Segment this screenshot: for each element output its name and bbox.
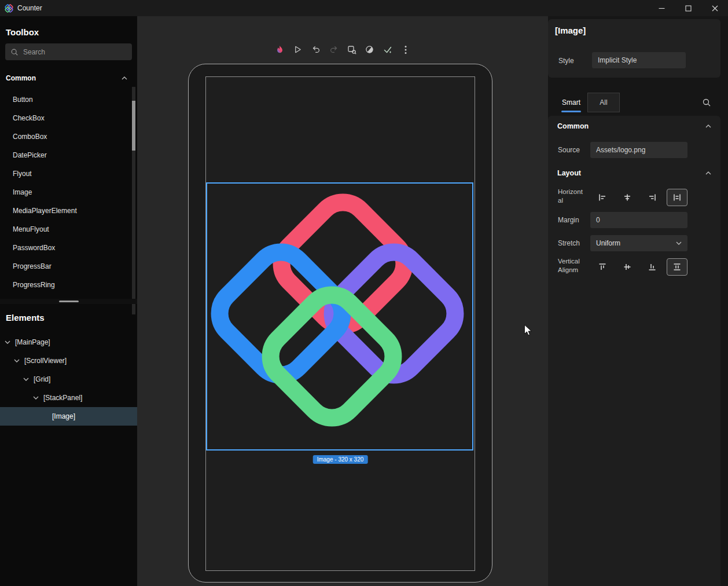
style-input[interactable] <box>592 52 686 68</box>
align-vertical-top-icon[interactable] <box>592 258 613 276</box>
panel-splitter[interactable] <box>0 299 137 304</box>
tree-item-label: [MainPage] <box>15 338 50 346</box>
chevron-down-icon[interactable] <box>5 340 10 344</box>
toolbox-item-checkbox[interactable]: CheckBox <box>0 109 132 127</box>
tab-smart-label: Smart <box>562 98 580 107</box>
align-horizontal-right-icon[interactable] <box>642 189 663 206</box>
toolbox-item-mediaplayerelement[interactable]: MediaPlayerElement <box>0 202 132 220</box>
tree-item-mainpage[interactable]: [MainPage] <box>0 333 137 351</box>
toolbox-item-combobox[interactable]: ComboBox <box>0 127 132 146</box>
horizontal-alignment-label: Horizontal <box>558 188 584 205</box>
chevron-down-icon[interactable] <box>33 396 39 400</box>
theme-toggle-icon[interactable] <box>362 42 377 57</box>
title-bar: Counter <box>0 0 728 16</box>
vertical-alignment-group <box>592 258 687 276</box>
section-common-label: Common <box>557 122 589 130</box>
align-vertical-center-icon[interactable] <box>617 258 638 276</box>
toolbox-item-datepicker[interactable]: DatePicker <box>0 146 132 164</box>
stretch-dropdown[interactable]: Uniform <box>590 235 687 251</box>
splitter-grip-icon <box>59 301 79 302</box>
margin-label: Margin <box>558 216 579 224</box>
close-button[interactable] <box>701 0 728 16</box>
source-label: Source <box>558 146 580 154</box>
margin-input[interactable] <box>590 212 687 228</box>
toolbox-title: Toolbox <box>6 27 39 37</box>
chevron-down-icon[interactable] <box>14 359 20 362</box>
stretch-label: Stretch <box>558 239 580 247</box>
section-layout[interactable]: Layout <box>557 169 711 177</box>
align-vertical-bottom-icon[interactable] <box>642 258 663 276</box>
hot-design-flame-icon[interactable] <box>272 42 288 57</box>
section-layout-label: Layout <box>557 169 581 177</box>
app-logo-icon <box>4 3 13 13</box>
validate-icon[interactable] <box>380 42 395 57</box>
redo-icon[interactable] <box>326 42 341 57</box>
toolbox-item-passwordbox[interactable]: PasswordBox <box>0 239 132 257</box>
selected-element-title: [Image] <box>555 25 586 35</box>
play-icon[interactable] <box>290 42 306 57</box>
minimize-button[interactable] <box>648 0 675 16</box>
app-window: Counter Toolbox Common <box>0 0 728 586</box>
tree-item-grid[interactable]: [Grid] <box>0 370 137 389</box>
tab-all-label: All <box>600 98 607 107</box>
tree-item-label: [ScrollViewer] <box>24 357 67 365</box>
canvas-toolbar <box>272 42 413 57</box>
toolbox-item-progressbar[interactable]: ProgressBar <box>0 257 132 276</box>
toolbox-item-progressring[interactable]: ProgressRing <box>0 276 132 294</box>
tree-item-stackpanel[interactable]: [StackPanel] <box>0 389 137 407</box>
toolbox-section-common[interactable]: Common <box>6 74 127 82</box>
vertical-alignment-label: Vertical Alignm <box>558 257 584 274</box>
align-horizontal-left-icon[interactable] <box>592 189 613 206</box>
search-icon <box>10 48 19 56</box>
properties-panel: [Image] Style Smart All Common Sourc <box>548 16 728 586</box>
tree-item-label: [Grid] <box>34 375 50 383</box>
tab-smart[interactable]: Smart <box>555 93 587 112</box>
selection-size-badge: Image - 320 x 320 <box>313 455 368 464</box>
properties-body-card: Common Source Layout Horizontal <box>548 116 720 586</box>
toolbox-list: Button CheckBox ComboBox DatePicker Flyo… <box>0 90 132 294</box>
elements-tree: [MainPage] [ScrollViewer] [Grid] [StackP… <box>0 333 137 426</box>
tree-item-scrollviewer[interactable]: [ScrollViewer] <box>0 351 137 370</box>
left-sidebar: Toolbox Common Button CheckBox ComboBox … <box>0 16 137 586</box>
toolbox-item-button[interactable]: Button <box>0 90 132 109</box>
chevron-up-icon[interactable] <box>122 76 127 80</box>
window-title: Counter <box>17 4 42 12</box>
align-horizontal-center-icon[interactable] <box>617 189 638 206</box>
source-input[interactable] <box>590 142 687 158</box>
active-tab-indicator <box>561 111 581 112</box>
chevron-down-icon[interactable] <box>23 378 29 381</box>
properties-tabs: Smart All <box>555 93 620 112</box>
undo-icon[interactable] <box>308 42 323 57</box>
search-input[interactable] <box>23 48 127 56</box>
horizontal-alignment-group <box>592 189 687 206</box>
chevron-up-icon[interactable] <box>705 124 711 128</box>
maximize-button[interactable] <box>675 0 701 16</box>
toolbox-item-image[interactable]: Image <box>0 183 132 202</box>
chevron-down-icon <box>676 241 682 245</box>
properties-header-card: [Image] Style <box>548 19 720 78</box>
align-horizontal-stretch-icon[interactable] <box>667 189 687 206</box>
tab-all[interactable]: All <box>587 93 620 112</box>
toolbox-scrollbar-thumb[interactable] <box>132 101 135 151</box>
device-frame: Image - 320 x 320 <box>188 64 492 583</box>
image-selection[interactable] <box>206 182 473 451</box>
tree-item-label: [StackPanel] <box>43 394 82 402</box>
more-icon[interactable] <box>398 42 413 57</box>
toolbox-search[interactable] <box>5 43 132 60</box>
section-common[interactable]: Common <box>557 122 711 130</box>
properties-search-icon[interactable] <box>702 98 711 107</box>
elements-title: Elements <box>6 313 45 323</box>
design-canvas[interactable]: Image - 320 x 320 <box>137 16 548 586</box>
mouse-cursor <box>524 324 532 336</box>
inspect-icon[interactable] <box>344 42 359 57</box>
tree-item-image[interactable]: [Image] <box>0 407 137 426</box>
toolbox-item-menuflyout[interactable]: MenuFlyout <box>0 220 132 239</box>
chevron-up-icon[interactable] <box>705 171 711 175</box>
align-vertical-stretch-icon[interactable] <box>667 258 687 276</box>
stretch-value: Uniform <box>596 239 620 247</box>
style-label: Style <box>558 57 574 65</box>
device-screen[interactable]: Image - 320 x 320 <box>205 76 475 571</box>
section-label: Common <box>6 74 36 82</box>
toolbox-scrollbar[interactable] <box>132 87 135 314</box>
toolbox-item-flyout[interactable]: Flyout <box>0 164 132 183</box>
